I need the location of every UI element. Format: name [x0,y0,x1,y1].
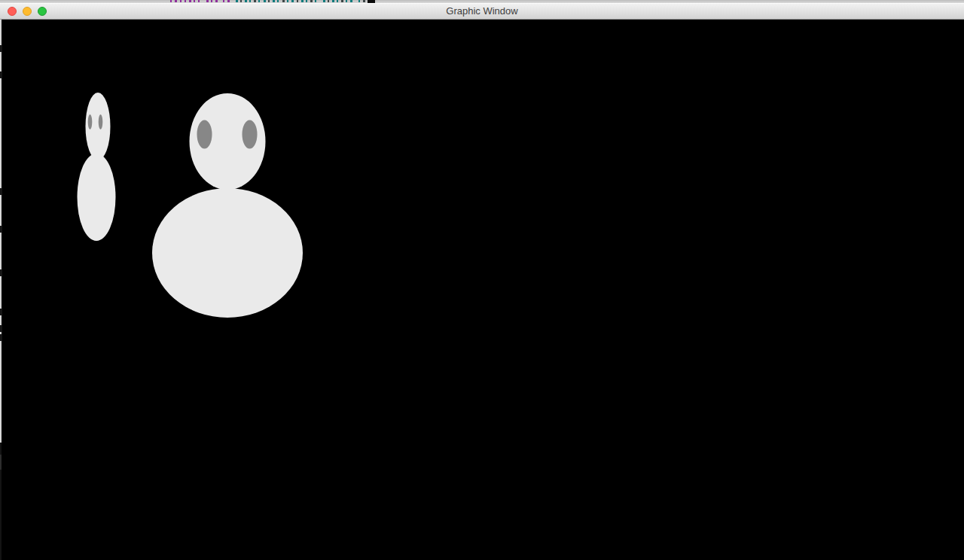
background-text-fragment [346,0,347,2]
snowman-large-body [152,188,303,318]
background-text-fragment [277,0,279,2]
snowman-small [78,93,116,241]
background-text-fragment [215,0,218,2]
background-text-fragment [264,0,266,2]
background-text-fragment [301,0,304,2]
background-text-fragment [258,0,260,2]
background-text-fragment [240,0,242,2]
background-text-fragment [273,0,275,2]
background-text-fragment [236,0,238,2]
background-text-fragment [194,0,195,2]
background-text-fragment [287,0,288,2]
background-text-fragment [337,0,338,2]
snowman-small-body [78,154,116,241]
snowman-large-eye-left [197,120,212,149]
background-text-fragment [341,0,343,2]
left-strip-notch [0,72,2,78]
background-text-fragment [306,0,307,2]
background-text-fragment [211,0,212,2]
left-strip-lower-mark [0,455,2,470]
background-text-fragment [291,0,294,2]
background-text-fragment [254,0,256,2]
snowman-large [152,93,303,318]
background-text-fragment [332,0,334,2]
left-strip-notch [0,188,2,195]
snowman-drawing [0,20,964,560]
snowman-large-eye-right [243,120,258,149]
background-text-fragment [185,0,186,2]
background-text-fragment [170,0,172,2]
background-text-fragment [245,0,247,2]
background-text-fragment [363,0,365,2]
background-text-fragment [198,0,200,2]
background-text-fragment [282,0,285,2]
background-text-fragment [223,0,224,2]
background-text-fragment [206,0,209,2]
background-text-fragment [315,0,316,2]
graphic-canvas[interactable] [0,20,964,560]
left-strip-notch [0,269,2,276]
snowman-small-eye-right [99,114,103,129]
background-text-fragment [189,0,191,2]
window-title: Graphic Window [0,3,964,20]
background-text-fragment [297,0,298,2]
background-text-fragment [227,0,230,2]
background-text-fragment [180,0,182,2]
left-strip-notch [0,226,2,233]
background-text-fragment [323,0,325,2]
background-text-fragment [358,0,360,2]
left-strip-notch [0,325,2,332]
background-text-fragment [175,0,177,2]
screen: Graphic Window [0,0,964,560]
left-strip-notch [0,309,2,315]
left-strip-notch [0,45,2,52]
background-text-fragment [249,0,251,2]
background-text-fragment [328,0,329,2]
left-strip-notch [0,334,2,341]
snowman-small-eye-left [88,114,93,129]
background-text-fragment [310,0,313,2]
background-text-fragment [268,0,270,2]
window-titlebar[interactable]: Graphic Window [0,3,964,20]
left-edge-fragment [0,0,4,560]
background-text-fragment [350,0,352,2]
